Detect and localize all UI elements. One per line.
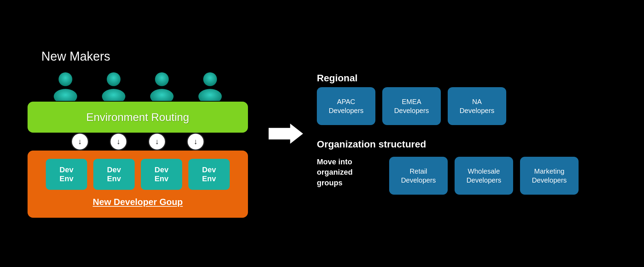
- svg-point-3: [102, 89, 125, 101]
- svg-point-7: [198, 89, 222, 101]
- arrows-row: ↓ ↓ ↓ ↓: [71, 133, 205, 151]
- na-card: NADevelopers: [448, 87, 506, 125]
- regional-section: Regional APACDevelopers EMEADevelopers N…: [317, 73, 623, 125]
- right-section: Regional APACDevelopers EMEADevelopers N…: [317, 73, 623, 195]
- regional-cards-row: APACDevelopers EMEADevelopers NADevelope…: [317, 87, 623, 125]
- right-arrow-icon: [269, 120, 303, 147]
- retail-label: RetailDevelopers: [401, 167, 436, 185]
- apac-label: APACDevelopers: [329, 97, 363, 115]
- arrow-down-2: ↓: [117, 138, 121, 145]
- wholesale-card: WholesaleDevelopers: [455, 157, 513, 195]
- svg-point-1: [54, 89, 77, 101]
- org-title: Organization structured: [317, 139, 623, 150]
- org-row: Move intoorganizedgroups RetailDeveloper…: [317, 157, 623, 195]
- arrow-down-3: ↓: [155, 138, 159, 145]
- orange-box: DevEnv DevEnv DevEnv DevEnv New Develope…: [28, 151, 248, 218]
- svg-point-5: [150, 89, 174, 101]
- dev-env-4: DevEnv: [188, 159, 230, 190]
- dev-env-label-1: DevEnv: [60, 165, 73, 184]
- person-icon-3: [148, 71, 176, 102]
- dev-env-label-3: DevEnv: [155, 165, 168, 184]
- person-icon-1: [52, 71, 79, 102]
- dev-envs-row: DevEnv DevEnv DevEnv DevEnv: [46, 159, 230, 190]
- marketing-card: MarketingDevelopers: [520, 157, 579, 195]
- person-svg-3: [148, 72, 176, 101]
- svg-point-0: [59, 72, 72, 86]
- arrow-circle-3: ↓: [148, 133, 166, 151]
- person-svg-2: [100, 72, 127, 101]
- arrow-circle-2: ↓: [110, 133, 127, 151]
- new-makers-title: New Makers: [41, 49, 110, 64]
- regional-title: Regional: [317, 73, 623, 84]
- dev-env-1: DevEnv: [46, 159, 87, 190]
- person-svg-1: [52, 72, 79, 101]
- dev-env-2: DevEnv: [93, 159, 135, 190]
- move-label: Move intoorganizedgroups: [317, 157, 379, 188]
- org-cards-row: RetailDevelopers WholesaleDevelopers Mar…: [389, 157, 579, 195]
- person-icon-2: [100, 71, 127, 102]
- arrow-circle-1: ↓: [71, 133, 89, 151]
- svg-point-4: [155, 72, 169, 86]
- diagram-container: New Makers: [0, 0, 644, 267]
- arrow-down-4: ↓: [194, 138, 198, 145]
- routing-box: Environment Routing: [28, 102, 248, 133]
- marketing-label: MarketingDevelopers: [532, 167, 567, 185]
- emea-card: EMEADevelopers: [382, 87, 441, 125]
- wholesale-label: WholesaleDevelopers: [466, 167, 501, 185]
- big-arrow: [269, 120, 303, 147]
- apac-card: APACDevelopers: [317, 87, 375, 125]
- na-label: NADevelopers: [459, 97, 494, 115]
- person-icon-4: [196, 71, 224, 102]
- left-section: New Makers: [21, 49, 255, 218]
- dev-env-3: DevEnv: [141, 159, 182, 190]
- routing-box-label: Environment Routing: [86, 111, 189, 124]
- person-svg-4: [196, 72, 224, 101]
- dev-env-label-2: DevEnv: [107, 165, 121, 184]
- dev-env-label-4: DevEnv: [202, 165, 216, 184]
- people-row: [52, 71, 224, 102]
- group-label: New Developer Goup: [93, 197, 183, 207]
- retail-card: RetailDevelopers: [389, 157, 448, 195]
- arrow-down-1: ↓: [78, 138, 82, 145]
- svg-point-2: [107, 72, 121, 86]
- emea-label: EMEADevelopers: [394, 97, 429, 115]
- arrow-circle-4: ↓: [187, 133, 205, 151]
- org-section: Organization structured Move intoorganiz…: [317, 139, 623, 195]
- svg-marker-8: [269, 123, 303, 143]
- svg-point-6: [203, 72, 217, 86]
